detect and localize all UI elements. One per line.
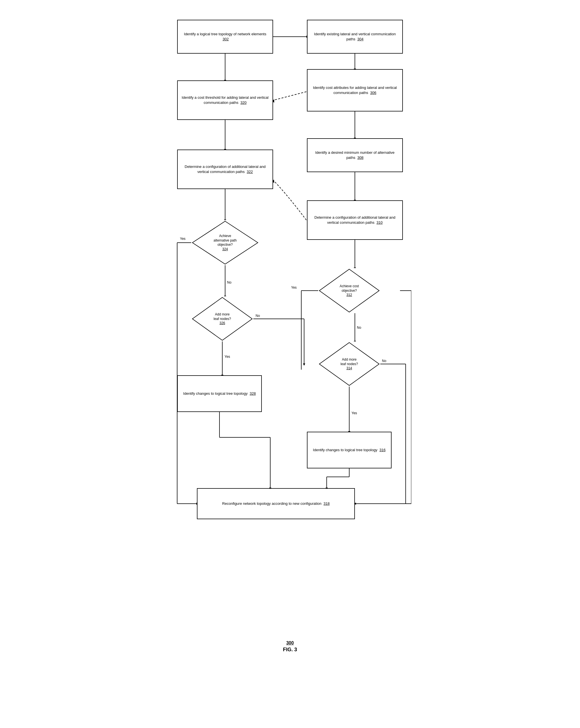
box-304-number: 304 <box>358 37 364 41</box>
box-306-label: Identify cost attributes for adding late… <box>313 85 397 95</box>
diagram: Yes No No Yes Yes No No Yes Identify a l… <box>169 14 411 635</box>
box-316: Identify changes to logical tree topolog… <box>307 432 392 468</box>
svg-text:No: No <box>357 326 361 330</box>
diamond-326: Add more leaf nodes? 326 <box>191 296 253 341</box>
box-316-number: 316 <box>379 448 386 452</box>
figure-number: 300 <box>169 641 411 646</box>
box-310-number: 310 <box>377 220 383 225</box>
diamond-326-line2: leaf nodes? <box>214 317 231 321</box>
box-320-label: Identify a cost threshold for adding lat… <box>182 95 268 105</box>
box-302: Identify a logical tree topology of netw… <box>177 20 273 54</box>
box-320-number: 320 <box>240 100 246 105</box>
diamond-326-number: 326 <box>219 321 225 325</box>
box-318-label: Reconfigure network topology according t… <box>222 501 322 506</box>
box-308-number: 308 <box>358 155 364 160</box>
diamond-312-line1: Achieve cost <box>340 284 359 289</box>
diamond-324: Achieve alternative path objective? 324 <box>191 220 259 265</box>
svg-text:No: No <box>382 359 387 363</box>
diamond-326-line1: Add more <box>214 312 231 317</box>
svg-text:Yes: Yes <box>180 237 186 241</box>
box-308: Identify a desired minimum number of alt… <box>307 138 403 172</box>
box-306: Identify cost attributes for adding late… <box>307 69 403 111</box>
diamond-324-line3: objective? <box>214 243 237 247</box>
svg-text:Yes: Yes <box>351 411 357 415</box>
diamond-314: Add more leaf nodes? 314 <box>318 341 380 387</box>
box-308-label: Identify a desired minimum number of alt… <box>315 150 394 160</box>
box-320: Identify a cost threshold for adding lat… <box>177 80 273 120</box>
svg-text:Yes: Yes <box>291 286 297 289</box>
box-304-label: Identify existing lateral and vertical c… <box>314 32 396 41</box>
diamond-324-line2: alternative path <box>214 238 237 243</box>
diamond-312: Achieve cost objective? 312 <box>318 268 380 313</box>
diamond-314-number: 314 <box>346 366 352 370</box>
box-322-number: 322 <box>247 170 253 174</box>
box-302-number: 302 <box>222 37 229 41</box>
diamond-324-line1: Achieve <box>214 234 237 238</box>
box-316-label: Identify changes to logical tree topolog… <box>313 448 377 452</box>
svg-text:Yes: Yes <box>225 355 230 359</box>
diamond-314-line2: leaf nodes? <box>341 362 358 366</box>
box-322: Determine a configuration of additional … <box>177 150 273 189</box>
svg-text:No: No <box>227 281 232 284</box>
box-306-number: 306 <box>370 90 376 95</box>
svg-marker-35 <box>303 363 305 366</box>
box-322-label: Determine a configuration of additional … <box>185 164 266 174</box>
diamond-324-number: 324 <box>222 247 228 251</box>
box-310-label: Determine a configuration of additional … <box>315 215 396 225</box>
box-304: Identify existing lateral and vertical c… <box>307 20 403 54</box>
box-318: Reconfigure network topology according t… <box>197 488 355 519</box>
svg-text:No: No <box>256 314 260 318</box>
box-318-number: 318 <box>323 501 330 506</box>
svg-line-6 <box>274 92 306 100</box>
box-328: Identify changes to logical tree topolog… <box>177 375 262 412</box>
diamond-314-line1: Add more <box>341 358 358 362</box>
box-302-label: Identify a logical tree topology of netw… <box>184 32 266 36</box>
figure-name: FIG. 3 <box>169 647 411 653</box>
diamond-312-line2: objective? <box>340 288 359 293</box>
box-328-label: Identify changes to logical tree topolog… <box>183 391 247 396</box>
diamond-312-number: 312 <box>346 293 352 297</box>
box-310: Determine a configuration of additional … <box>307 200 403 240</box>
page: Yes No No Yes Yes No No Yes Identify a l… <box>163 6 417 670</box>
box-328-number: 328 <box>250 391 256 396</box>
